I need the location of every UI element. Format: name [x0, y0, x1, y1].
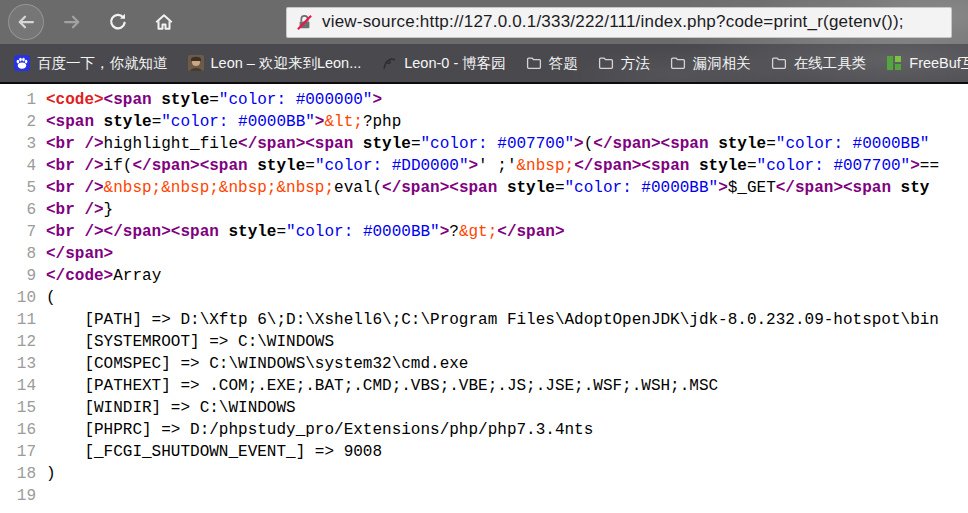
refresh-icon [108, 12, 128, 32]
insecure-lock-icon[interactable] [296, 14, 313, 31]
bookmark-label: 在线工具类 [794, 54, 867, 73]
browser-window: view-source:http://127.0.0.1/333/222/111… [0, 0, 968, 513]
bookmark-item[interactable]: Leon – 欢迎来到Leon... [180, 49, 370, 78]
browser-chrome: view-source:http://127.0.0.1/333/222/111… [0, 0, 968, 84]
source-line: 11 [PATH] => D:\Xftp 6\;D:\Xshell6\;C:\P… [0, 309, 968, 331]
source-line: 3<br />highlight_file</span><span style=… [0, 133, 968, 155]
line-number: 11 [0, 309, 46, 331]
url-bar[interactable]: view-source:http://127.0.0.1/333/222/111… [286, 7, 952, 38]
line-number: 18 [0, 463, 46, 485]
line-number: 12 [0, 331, 46, 353]
bookmark-label: FreeBuf互 [909, 54, 968, 73]
bookmark-item[interactable]: Leon-0 - 博客园 [373, 49, 514, 78]
line-code: <code><span style="color: #000000"> [46, 89, 968, 111]
line-number: 17 [0, 441, 46, 463]
line-number: 8 [0, 243, 46, 265]
line-number: 10 [0, 287, 46, 309]
bookmark-item[interactable]: 方法 [590, 49, 658, 78]
bookmark-item[interactable]: 百度一下，你就知道 [6, 49, 176, 78]
bookmark-item[interactable]: FreeBuf互 [878, 49, 968, 78]
line-code: [PATH] => D:\Xftp 6\;D:\Xshell6\;C:\Prog… [46, 309, 968, 331]
line-number: 13 [0, 353, 46, 375]
line-number: 1 [0, 89, 46, 111]
line-number: 2 [0, 111, 46, 133]
line-code: ( [46, 287, 968, 309]
source-line: 7<br /></span><span style="color: #0000B… [0, 221, 968, 243]
bookmark-label: 方法 [621, 54, 650, 73]
navigation-toolbar: view-source:http://127.0.0.1/333/222/111… [0, 0, 968, 44]
line-number: 19 [0, 485, 46, 507]
source-line: 16 [PHPRC] => D:/phpstudy_pro/Extensions… [0, 419, 968, 441]
back-arrow-icon [16, 12, 36, 32]
source-line: 1<code><span style="color: #000000"> [0, 89, 968, 111]
view-source-content: 1<code><span style="color: #000000">2<sp… [0, 84, 968, 511]
line-number: 15 [0, 397, 46, 419]
line-number: 3 [0, 133, 46, 155]
source-line: 13 [COMSPEC] => C:\WINDOWS\system32\cmd.… [0, 353, 968, 375]
source-line: 8</span> [0, 243, 968, 265]
source-line: 5<br />&nbsp;&nbsp;&nbsp;&nbsp;eval(</sp… [0, 177, 968, 199]
source-line: 6<br />} [0, 199, 968, 221]
bookmark-item[interactable]: 漏洞相关 [662, 49, 759, 78]
folder-icon [526, 55, 542, 71]
line-number: 4 [0, 155, 46, 177]
line-code: <br />if(</span><span style="color: #DD0… [46, 155, 968, 177]
view-source-lines: 1<code><span style="color: #000000">2<sp… [0, 84, 968, 507]
source-line: 2<span style="color: #0000BB">&lt;?php [0, 111, 968, 133]
line-code: <span style="color: #0000BB">&lt;?php [46, 111, 968, 133]
back-button[interactable] [8, 4, 44, 40]
line-code: [SYSTEMROOT] => C:\WINDOWS [46, 331, 968, 353]
source-line: 4<br />if(</span><span style="color: #DD… [0, 155, 968, 177]
folder-icon [670, 55, 686, 71]
source-line: 10( [0, 287, 968, 309]
source-line: 19 [0, 485, 968, 507]
swan-glyph-icon [381, 55, 397, 71]
source-line: 9</code>Array [0, 265, 968, 287]
line-code: </code>Array [46, 265, 968, 287]
home-icon [154, 12, 174, 32]
source-line: 18) [0, 463, 968, 485]
home-button[interactable] [146, 4, 182, 40]
bookmark-item[interactable]: 答题 [518, 49, 586, 78]
line-code: ) [46, 463, 968, 485]
line-code: [COMSPEC] => C:\WINDOWS\system32\cmd.exe [46, 353, 968, 375]
source-line: 17 [_FCGI_SHUTDOWN_EVENT_] => 9008 [0, 441, 968, 463]
forward-button[interactable] [54, 4, 90, 40]
line-code: [PHPRC] => D:/phpstudy_pro/Extensions/ph… [46, 419, 968, 441]
url-input[interactable]: view-source:http://127.0.0.1/333/222/111… [322, 12, 904, 32]
line-code: [_FCGI_SHUTDOWN_EVENT_] => 9008 [46, 441, 968, 463]
line-code: [WINDIR] => C:\WINDOWS [46, 397, 968, 419]
line-number: 5 [0, 177, 46, 199]
bookmark-item[interactable]: 在线工具类 [763, 49, 875, 78]
line-number: 7 [0, 221, 46, 243]
refresh-button[interactable] [100, 4, 136, 40]
line-code: <br />} [46, 199, 968, 221]
bookmark-label: Leon-0 - 博客园 [404, 54, 506, 73]
freebuf-blocks-icon [886, 55, 902, 71]
line-code: <br />&nbsp;&nbsp;&nbsp;&nbsp;eval(</spa… [46, 177, 968, 199]
bookmark-label: 答题 [549, 54, 578, 73]
line-number: 14 [0, 375, 46, 397]
line-number: 9 [0, 265, 46, 287]
line-code: </span> [46, 243, 968, 265]
line-code [46, 485, 968, 507]
line-number: 6 [0, 199, 46, 221]
line-code: [PATHEXT] => .COM;.EXE;.BAT;.CMD;.VBS;.V… [46, 375, 968, 397]
bookmark-label: 百度一下，你就知道 [37, 54, 168, 73]
bookmarks-bar: 百度一下，你就知道Leon – 欢迎来到Leon...Leon-0 - 博客园答… [0, 44, 968, 84]
source-line: 12 [SYSTEMROOT] => C:\WINDOWS [0, 331, 968, 353]
line-code: <br /></span><span style="color: #0000BB… [46, 221, 968, 243]
line-number: 16 [0, 419, 46, 441]
source-line: 15 [WINDIR] => C:\WINDOWS [0, 397, 968, 419]
folder-icon [598, 55, 614, 71]
avatar-photo-icon [188, 55, 204, 71]
line-code: <br />highlight_file</span><span style="… [46, 133, 968, 155]
bookmark-label: Leon – 欢迎来到Leon... [211, 54, 362, 73]
baidu-paw-icon [14, 55, 30, 71]
folder-icon [771, 55, 787, 71]
forward-arrow-icon [62, 12, 82, 32]
source-line: 14 [PATHEXT] => .COM;.EXE;.BAT;.CMD;.VBS… [0, 375, 968, 397]
bookmark-label: 漏洞相关 [693, 54, 751, 73]
